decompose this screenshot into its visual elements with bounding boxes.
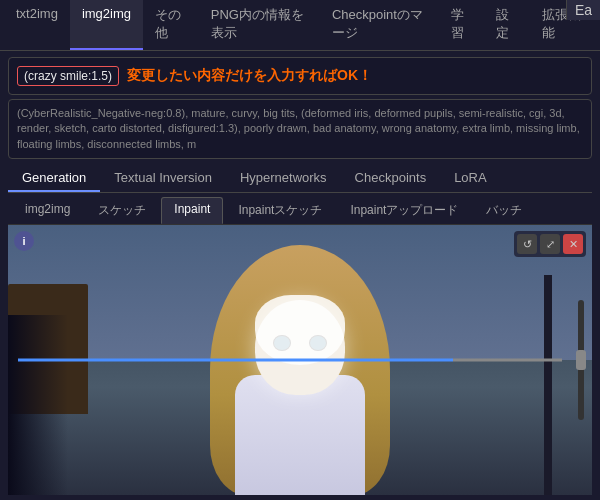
sub-tab-batch[interactable]: バッチ bbox=[473, 197, 535, 224]
refresh-button[interactable]: ↺ bbox=[517, 234, 537, 254]
nav-tab-checkpoint-merge[interactable]: Checkpointのマージ bbox=[320, 0, 439, 50]
image-toolbar: ↺ ⤢ ✕ bbox=[514, 231, 586, 257]
sub-tabs: img2img スケッチ Inpaint Inpaintスケッチ Inpaint… bbox=[8, 193, 592, 225]
section-tab-textual-inversion[interactable]: Textual Inversion bbox=[100, 165, 226, 192]
nav-tab-settings[interactable]: 設定 bbox=[484, 0, 529, 50]
sub-tab-sketch[interactable]: スケッチ bbox=[85, 197, 159, 224]
main-content: (crazy smile:1.5) 変更したい内容だけを入力すればOK！ (Cy… bbox=[0, 51, 600, 500]
expand-button[interactable]: ⤢ bbox=[540, 234, 560, 254]
section-tab-generation[interactable]: Generation bbox=[8, 165, 100, 192]
fg-dark-overlay bbox=[8, 315, 68, 495]
nav-tabs: txt2img img2img その他 PNG内の情報を表示 Checkpoin… bbox=[0, 0, 600, 51]
close-button[interactable]: ✕ bbox=[563, 234, 583, 254]
section-tabs: Generation Textual Inversion Hypernetwor… bbox=[8, 165, 592, 193]
image-canvas bbox=[8, 225, 592, 495]
sub-tab-inpaint-sketch[interactable]: Inpaintスケッチ bbox=[225, 197, 335, 224]
sub-tab-inpaint[interactable]: Inpaint bbox=[161, 197, 223, 224]
sub-tab-inpaint-upload[interactable]: Inpaintアップロード bbox=[337, 197, 471, 224]
prompt-instruction: 変更したい内容だけを入力すればOK！ bbox=[127, 67, 372, 85]
image-area[interactable]: i ↺ ⤢ ✕ bbox=[8, 225, 592, 495]
prompt-tag: (crazy smile:1.5) bbox=[17, 66, 119, 86]
nav-tab-png-info[interactable]: PNG内の情報を表示 bbox=[199, 0, 320, 50]
nav-tab-other[interactable]: その他 bbox=[143, 0, 199, 50]
section-tab-lora[interactable]: LoRA bbox=[440, 165, 501, 192]
sub-tab-img2img[interactable]: img2img bbox=[12, 197, 83, 224]
top-right-label: Ea bbox=[566, 0, 600, 20]
nav-tab-txt2img[interactable]: txt2img bbox=[4, 0, 70, 50]
fg-pole bbox=[544, 275, 552, 495]
negative-prompt-box[interactable]: (CyberRealistic_Negative-neg:0.8), matur… bbox=[8, 99, 592, 159]
image-slider[interactable] bbox=[578, 300, 584, 420]
nav-tab-train[interactable]: 学習 bbox=[439, 0, 484, 50]
inpaint-mask bbox=[255, 295, 345, 365]
section-tab-hypernetworks[interactable]: Hypernetworks bbox=[226, 165, 341, 192]
positive-prompt-box[interactable]: (crazy smile:1.5) 変更したい内容だけを入力すればOK！ bbox=[8, 57, 592, 95]
section-tab-checkpoints[interactable]: Checkpoints bbox=[341, 165, 441, 192]
negative-prompt-text: (CyberRealistic_Negative-neg:0.8), matur… bbox=[17, 107, 580, 150]
progress-line bbox=[18, 359, 562, 362]
slider-thumb[interactable] bbox=[576, 350, 586, 370]
nav-tab-img2img[interactable]: img2img bbox=[70, 0, 143, 50]
